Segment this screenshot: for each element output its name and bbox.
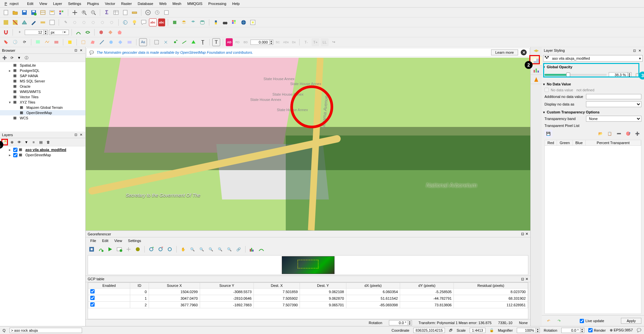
nested-layer-icon[interactable] (66, 38, 74, 46)
add-icon[interactable]: ➕ (1, 54, 8, 61)
save-tpl-icon[interactable]: 💾 (544, 130, 552, 137)
menu-plugins[interactable]: Plugins (84, 1, 102, 7)
select-rect-icon[interactable] (153, 38, 161, 46)
close-styling-icon[interactable]: ✕ (637, 48, 642, 53)
browser-item[interactable]: ▦OpenStreetMap (0, 110, 85, 115)
field-calc-icon[interactable] (121, 9, 129, 16)
show-layout-icon[interactable] (48, 9, 56, 16)
messages-icon[interactable]: 💬 (637, 328, 641, 332)
filter-browser-icon[interactable]: ▼ (16, 54, 22, 61)
visibility-icon[interactable]: 👁 (16, 139, 22, 145)
vtab-histogram-icon[interactable] (531, 66, 542, 75)
ad-tag-icon[interactable]: AD (226, 38, 233, 46)
globe-icon[interactable] (240, 18, 248, 26)
menu-settings[interactable]: Settings (65, 1, 84, 7)
menu-database[interactable]: Database (135, 1, 156, 7)
settings-georef-icon[interactable] (134, 245, 142, 253)
browser-item[interactable]: ▦SpatiaLite (0, 63, 85, 68)
close-georef-icon[interactable]: ✕ (525, 232, 528, 236)
cto-section-header[interactable]: ▾Custom Transparency Options (542, 109, 644, 115)
snapping-icon[interactable] (2, 28, 10, 36)
add-tpl-icon[interactable]: ➕ (633, 130, 641, 137)
close-notice-icon[interactable]: ✕ (521, 49, 527, 55)
zoom-last-icon[interactable]: 🔍 (216, 245, 224, 253)
browser-item[interactable]: ▦Oracle (0, 84, 85, 89)
gcp-row[interactable]: 13047.0470-2810.06467.5059029.06287051.6… (88, 295, 528, 302)
toolbox-icon[interactable] (144, 9, 152, 16)
abc-1-icon[interactable]: abc (149, 18, 157, 26)
link-views-icon[interactable]: 🔗 (235, 245, 243, 253)
additional-nodata-input[interactable] (586, 94, 641, 99)
extent-icon[interactable]: 🗗 (449, 328, 453, 332)
undock-layers-icon[interactable]: ⊡ (73, 133, 78, 137)
curve-1-icon[interactable] (74, 28, 82, 36)
transformation-icon[interactable] (125, 245, 132, 253)
regular-poly-icon[interactable] (116, 38, 124, 46)
curve-2-icon[interactable] (84, 28, 92, 36)
layers-tree[interactable]: ▸ ▦aso vila abuja_modified▸ ▦OpenStreetM… (0, 146, 85, 326)
history-icon[interactable] (153, 9, 161, 16)
browser-item[interactable]: ▸▦PostgreSQL (0, 68, 85, 73)
zoom-in-georef-icon[interactable]: 🔍 (189, 245, 196, 253)
menu-edit[interactable]: Edit (24, 1, 36, 7)
georeferencer-icon[interactable] (249, 18, 257, 26)
refresh-browser-icon[interactable]: ⟳ (9, 54, 15, 61)
chevron-down-icon[interactable]: ▾ (639, 56, 641, 61)
zoom-in-icon[interactable]: + (80, 9, 88, 16)
menu-view[interactable]: View (37, 1, 50, 7)
layout-manager-icon[interactable] (39, 9, 47, 16)
pen-icon[interactable] (30, 18, 38, 26)
zoom-out-georef-icon[interactable]: 🔍 (198, 245, 206, 253)
geometry-check-icon[interactable] (34, 38, 42, 46)
polygon-icon[interactable] (89, 38, 97, 46)
vtab-transparency-icon[interactable]: 2 (531, 56, 542, 66)
filter-layers-icon[interactable]: ▼ (23, 139, 30, 145)
move-feature-icon[interactable] (162, 38, 170, 46)
tpl-table-body[interactable] (544, 146, 641, 314)
sigma-icon[interactable]: Σ (103, 9, 111, 16)
layer-select[interactable]: aso vila abuja_modified ▾ (543, 55, 643, 62)
crs-button[interactable]: ⊕ EPSG:3857 (610, 328, 633, 332)
close-gcp-icon[interactable]: ✕ (525, 277, 528, 281)
add-line-icon[interactable] (180, 38, 188, 46)
menu-mesh[interactable]: Mesh (170, 1, 184, 7)
browser-item[interactable]: ▦WCS (0, 115, 85, 121)
nodata-section-header[interactable]: ▾No Data Value (542, 81, 644, 87)
bookmark-icon[interactable]: 🔖 (2, 38, 10, 46)
georef-preview[interactable] (88, 255, 528, 275)
db-manager-icon[interactable] (198, 18, 206, 26)
scale-select[interactable]: 1:4413 (470, 328, 485, 333)
grid-table-icon[interactable] (48, 18, 56, 26)
save-as-icon[interactable] (30, 9, 38, 16)
browser-tree[interactable]: ▦SpatiaLite▸▦PostgreSQL▦SAP HANA▦MS SQL … (0, 62, 85, 132)
measure-icon[interactable] (131, 9, 138, 16)
undo-styling-icon[interactable]: ↶ (544, 317, 552, 325)
undock-icon[interactable]: ⊡ (73, 48, 78, 53)
full-histogram-icon[interactable] (248, 245, 256, 253)
catalog-icon[interactable] (189, 18, 197, 26)
zoom-next-icon[interactable]: 🔍 (225, 245, 233, 253)
gmenu-view[interactable]: View (112, 238, 125, 243)
remove-icon[interactable]: 🗑 (45, 139, 51, 145)
expand-all-icon[interactable]: ≡ (30, 139, 37, 145)
lock-scale-icon[interactable]: 🔒 (489, 328, 494, 332)
binoculars-icon[interactable] (221, 18, 229, 26)
options-browser-icon[interactable]: ⓘ (23, 54, 30, 61)
display-nodata-select[interactable] (586, 101, 641, 107)
refresh-icon[interactable]: ⟳ (20, 38, 28, 46)
undock-styling-icon[interactable]: ⊡ (632, 48, 637, 53)
palette-icon[interactable] (230, 18, 238, 26)
menu-web[interactable]: Web (157, 1, 169, 7)
browser-item[interactable]: ▦SAP HANA (0, 73, 85, 78)
gcp-add-icon[interactable]: + (147, 245, 155, 253)
line-icon[interactable] (98, 38, 106, 46)
menu-mmqgis[interactable]: MMQGIS (185, 1, 205, 7)
diamond-icon[interactable] (106, 28, 114, 36)
pentagon-icon[interactable] (116, 28, 124, 36)
close-panel-icon[interactable]: ✕ (79, 48, 83, 53)
annotation-icon[interactable] (140, 18, 148, 26)
collapse-all-icon[interactable]: ▤ (38, 139, 44, 145)
open-tpl-icon[interactable]: 📂 (597, 130, 604, 137)
gmenu-edit[interactable]: Edit (100, 238, 111, 243)
magnifier-input[interactable]: ▲▼ (517, 328, 540, 333)
